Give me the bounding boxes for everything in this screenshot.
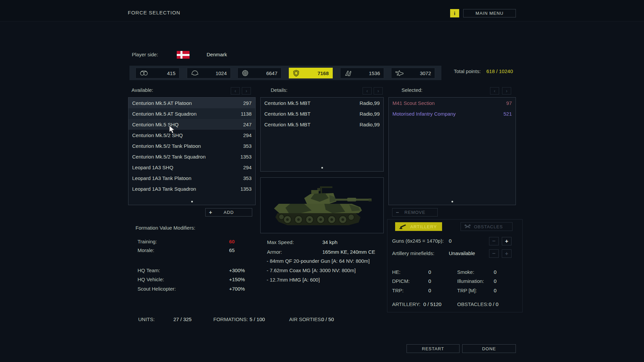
ammo-value: 0 [428,278,431,285]
item-value: 521 [503,111,512,117]
item-value: 247 [243,122,252,127]
crossed-tools-icon [464,224,471,229]
item-name: Centurion Mk.5 AT Platoon [132,100,192,106]
armor-value: 165mm KE, 240mm CE [322,249,375,255]
tab-artillery[interactable]: ARTILLERY [395,222,442,231]
details-header: Details: [271,87,287,94]
available-item[interactable]: Centurion Mk.5 AT Squadron1138 [128,108,255,119]
player-side-label: Player side: [132,51,158,58]
details-list: Centurion Mk.5 MBTRadio,99Centurion Mk.5… [261,98,383,130]
binoculars-icon [140,70,148,76]
ammo-value: 0 [494,278,496,285]
mouse-cursor [169,125,176,134]
modifier-value: 65 [229,247,235,254]
force-selection-screen: FORCE SELECTION i MAIN MENU Player side:… [0,0,644,362]
category-infantry[interactable]: 1024 [187,68,231,78]
selected-prev-button[interactable]: ‹ [490,87,499,95]
item-value: 294 [243,132,252,138]
modifiers-header: Formation Value Modifiers: [136,225,195,231]
item-value: 294 [243,165,252,170]
category-points: 1024 [216,70,227,76]
selected-panel: M41 Scout Section97Motorised Infantry Co… [388,97,516,205]
details-prev-button[interactable]: ‹ [363,87,372,95]
shells-icon [344,70,352,76]
category-armor[interactable]: 7168 [289,68,333,78]
main-menu-button[interactable]: MAIN MENU [463,9,516,17]
available-page-dot [191,201,193,202]
available-item[interactable]: Centurion Mk.5/2 SHQ294 [128,130,255,140]
formations-label: FORMATIONS: [213,316,248,323]
item-name: M41 Scout Section [392,100,435,106]
restart-button[interactable]: RESTART [407,344,460,353]
item-name: Centurion Mk.5 AT Squadron [132,111,197,117]
obstacles-total-value: 0 / 0 [489,301,498,308]
minefields-value: Unavailable [449,250,475,257]
guns-increase-button[interactable]: + [502,237,512,245]
item-value: 353 [243,175,252,181]
artillery-total-value: 0 / 5120 [423,301,441,308]
info-button[interactable]: i [450,9,459,17]
tab-artillery-label: ARTILLERY [410,224,437,229]
details-page-dot [321,167,323,169]
category-air[interactable]: 3072 [391,68,435,78]
modifier-label: HQ Vehicle: [138,276,164,283]
available-item[interactable]: Centurion Mk.5 SHQ247 [128,119,255,130]
category-recon[interactable]: 415 [136,68,179,78]
remove-button[interactable]: − REMOVE [392,208,438,217]
available-item[interactable]: Leopard 1A3 SHQ294 [128,162,255,173]
ammo-label: Illumination: [457,278,484,285]
selected-header: Selected: [401,87,423,94]
max-speed-label: Max Speed: [267,239,294,246]
item-name: Centurion Mk.5 MBT [264,122,311,127]
available-next-button[interactable]: › [242,87,251,95]
item-name: Centurion Mk.5 MBT [264,100,311,106]
modifier-label: Training: [138,238,157,245]
available-prev-button[interactable]: ‹ [231,87,240,95]
add-button[interactable]: + ADD [205,208,252,217]
modifier-value: 60 [229,238,235,245]
item-value: 1353 [240,154,252,160]
item-value: Radio,99 [360,100,380,106]
category-artillery[interactable]: 1536 [340,68,384,78]
selected-item[interactable]: Motorised Infantry Company521 [389,108,516,119]
item-value: 353 [243,143,252,149]
selected-next-button[interactable]: › [502,87,511,95]
details-next-button[interactable]: › [374,87,383,95]
player-country: Denmark [207,51,227,58]
category-vehicles[interactable]: 6647 [237,68,281,78]
selected-list: M41 Scout Section97Motorised Infantry Co… [389,98,516,119]
unit-image-panel [260,177,384,233]
details-item[interactable]: Centurion Mk.5 MBTRadio,99 [261,108,383,119]
tank-image [261,178,383,233]
max-speed-value: 34 kph [322,239,337,246]
available-item[interactable]: Centurion Mk.5/2 Tank Squadron1353 [128,151,255,162]
jet-icon [395,70,404,76]
details-item[interactable]: Centurion Mk.5 MBTRadio,99 [261,98,383,108]
guns-decrease-button[interactable]: − [489,237,499,245]
item-name: Centurion Mk.5/2 Tank Squadron [132,154,206,160]
modifier-label: Scout Helicopter: [138,286,176,292]
formations-value: 5 / 100 [250,316,265,323]
details-item[interactable]: Centurion Mk.5 MBTRadio,99 [261,119,383,130]
done-button[interactable]: DONE [462,344,516,353]
available-item[interactable]: Leopard 1A3 Tank Squadron1353 [128,183,255,194]
units-value: 27 / 325 [173,316,192,323]
category-points: 1536 [369,70,380,76]
helmet-icon [191,70,199,76]
minefields-decrease-button[interactable]: − [489,249,499,258]
available-item[interactable]: Centurion Mk.5/2 Tank Platoon353 [128,140,255,151]
ammo-label: Smoke: [457,269,474,276]
category-points: 7168 [318,70,329,76]
weapon-line: - 7.62mm Coax MG [A: 3000 NV: 800m] [267,267,356,274]
ammo-value: 0 [428,269,431,276]
tab-obstacles[interactable]: OBSTACLES [461,222,513,231]
minefields-increase-button[interactable]: + [502,249,512,258]
available-item[interactable]: Leopard 1A3 Tank Platoon353 [128,173,255,183]
howitzer-icon [398,224,407,230]
selected-item[interactable]: M41 Scout Section97 [389,98,516,108]
denmark-flag-icon[interactable] [177,51,190,59]
air-sorties-value: 0 / 50 [321,316,334,323]
available-item[interactable]: Centurion Mk.5 AT Platoon297 [128,98,255,108]
ammo-label: TRP [M]: [457,287,477,294]
modifier-value: +300% [229,267,245,274]
